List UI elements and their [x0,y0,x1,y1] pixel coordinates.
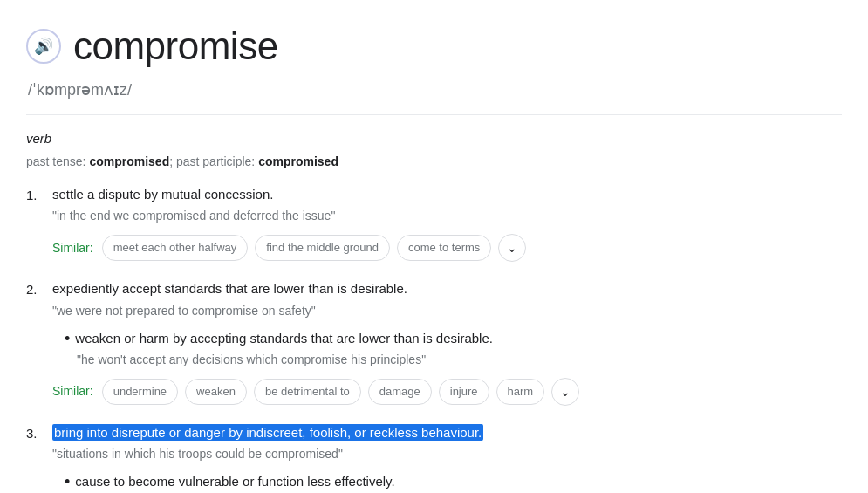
sub-def-bullet-2-1: • weaken or harm by accepting standards … [65,329,842,349]
def-number-1: 1. [26,185,44,206]
divider [26,114,842,115]
similar-row-1: Similar: meet each other halfway find th… [52,234,842,262]
tag-weaken[interactable]: weaken [185,379,247,405]
definition-item-3: 3. bring into disrepute or danger by ind… [26,423,842,493]
similar-label-1: Similar: [52,239,93,257]
tag-detrimental[interactable]: be detrimental to [254,379,361,405]
tag-meet-halfway[interactable]: meet each other halfway [102,235,249,261]
tag-come-to-terms[interactable]: come to terms [397,235,491,261]
sub-def-example-2-1: "he won't accept any decisions which com… [77,351,842,369]
definition-item-2: 2. expediently accept standards that are… [26,279,842,406]
sub-def-text-2-1: weaken or harm by accepting standards th… [75,329,493,349]
past-form: compromised [89,154,169,168]
def-example-2: "we were not prepared to compromise on s… [52,302,842,320]
def-text-3-highlighted: bring into disrepute or danger by indisc… [52,424,483,441]
def-content-2: expediently accept standards that are lo… [52,279,842,406]
tag-undermine[interactable]: undermine [102,379,178,405]
bullet-3-1: • [65,472,70,492]
word-header: 🔊 compromise [26,17,842,75]
speaker-icon: 🔊 [34,37,53,56]
def-number-3: 3. [26,423,44,444]
tag-damage[interactable]: damage [368,379,432,405]
expand-similar-2[interactable]: ⌄ [551,378,579,406]
phonetic: /ˈkɒmprəmʌɪz/ [28,79,842,102]
participle-label: past participle: [176,154,255,168]
sub-definition-3-1: • cause to become vulnerable or function… [65,472,842,493]
word-title: compromise [73,17,278,75]
similar-row-2: Similar: undermine weaken be detrimental… [52,378,842,406]
def-text-1: settle a dispute by mutual concession. [52,185,842,205]
past-label: past tense: [26,154,86,168]
sub-def-bullet-3-1: • cause to become vulnerable or function… [65,472,842,492]
def-text-2: expediently accept standards that are lo… [52,279,842,299]
tag-middle-ground[interactable]: find the middle ground [255,235,390,261]
expand-similar-1[interactable]: ⌄ [498,234,526,262]
sub-definition-2-1: • weaken or harm by accepting standards … [65,329,842,369]
def-number-2: 2. [26,279,44,300]
inflections: past tense: compromised; past participle… [26,153,842,171]
def-text-3: bring into disrepute or danger by indisc… [52,423,842,443]
tag-harm[interactable]: harm [496,379,545,405]
separator: ; [169,154,173,168]
def-example-1: "in the end we compromised and deferred … [52,207,842,225]
bullet-2-1: • [65,329,70,349]
participle-form: compromised [258,154,338,168]
part-of-speech: verb [26,129,842,149]
definition-item-1: 1. settle a dispute by mutual concession… [26,185,842,263]
def-example-3: "situations in which his troops could be… [52,445,842,463]
def-content-1: settle a dispute by mutual concession. "… [52,185,842,263]
def-content-3: bring into disrepute or danger by indisc… [52,423,842,493]
audio-button[interactable]: 🔊 [26,29,61,64]
sub-def-text-3-1: cause to become vulnerable or function l… [75,472,394,492]
tag-injure[interactable]: injure [439,379,489,405]
similar-label-2: Similar: [52,382,93,401]
definitions-list: 1. settle a dispute by mutual concession… [26,185,842,494]
